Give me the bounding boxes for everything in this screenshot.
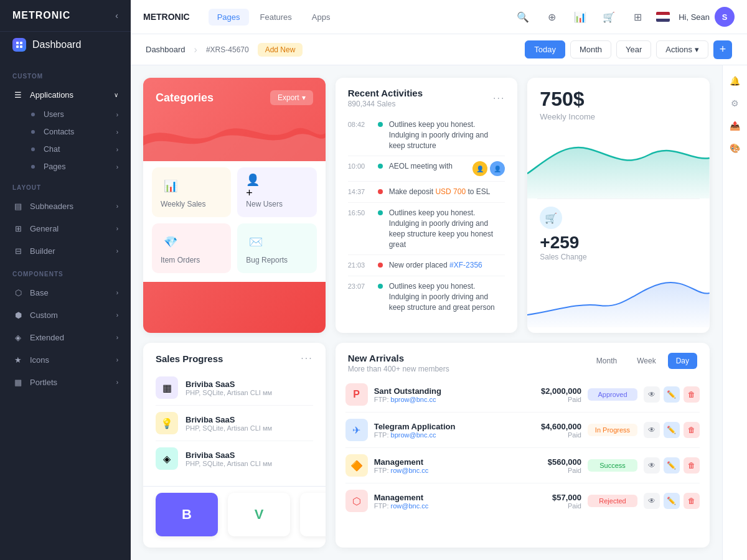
subheader-right: Today Month Year Actions ▾ +: [525, 40, 732, 59]
month-button[interactable]: Month: [570, 40, 611, 58]
right-icon-bell[interactable]: 🔔: [726, 72, 745, 90]
add-new-button[interactable]: Add New: [258, 43, 303, 57]
progress-header: Sales Progress ···: [143, 343, 326, 370]
actions-button[interactable]: Actions ▾: [656, 40, 708, 58]
action-edit-3[interactable]: ✏️: [664, 457, 680, 474]
arrival-paid-1: Paid: [525, 396, 581, 403]
sidebar-item-custom[interactable]: ⬢ Custom ›: [0, 304, 131, 326]
arrivals-tab-month[interactable]: Month: [588, 353, 625, 369]
right-icon-palette[interactable]: 🎨: [726, 139, 745, 157]
progress-name-2: Briviba SaaS: [186, 415, 313, 424]
user-avatar[interactable]: S: [715, 7, 735, 27]
arrival-icon-3: 🔶: [345, 454, 368, 477]
subcard-item-orders[interactable]: 💎 Item Orders: [152, 223, 231, 273]
arrival-paid-4: Paid: [525, 502, 581, 510]
subheaders-icon: ▤: [12, 200, 24, 212]
nav-tab-apps[interactable]: Apps: [303, 9, 339, 26]
avatar-2: 👤: [490, 161, 505, 176]
user-greeting: Hi, Sean: [679, 12, 710, 22]
income-chart: [527, 124, 710, 198]
action-edit-1[interactable]: ✏️: [664, 386, 680, 403]
arrival-amount-4: $57,000 Paid: [525, 493, 581, 510]
action-delete-2[interactable]: 🗑: [684, 422, 700, 438]
action-delete-1[interactable]: 🗑: [684, 386, 700, 403]
arrival-amount-1: $2,000,000 Paid: [525, 386, 581, 403]
sidebar-item-builder[interactable]: ⊟ Builder ›: [0, 240, 131, 262]
today-button[interactable]: Today: [525, 40, 565, 58]
action-view-1[interactable]: 👁: [644, 386, 660, 403]
subcard-bug-reports[interactable]: ✉️ Bug Reports: [237, 223, 316, 273]
activity-time-5: 21:03: [348, 261, 372, 269]
builder-icon: ⊟: [12, 245, 24, 256]
sidebar-logo: METRONIC ‹: [0, 0, 131, 32]
activity-dot-4: [378, 210, 383, 215]
arrival-amount-2: $4,600,000 Paid: [525, 422, 581, 439]
action-view-2[interactable]: 👁: [644, 422, 660, 438]
sidebar-item-pages[interactable]: Pages ›: [20, 158, 131, 175]
action-view-4[interactable]: 👁: [644, 493, 660, 509]
activities-menu[interactable]: ···: [493, 93, 505, 104]
grid-icon[interactable]: ⊞: [627, 7, 647, 27]
sidebar-item-icons[interactable]: ★ Icons ›: [0, 348, 131, 371]
sidebar-item-contacts[interactable]: Contacts ›: [20, 123, 131, 141]
icons-icon: ★: [12, 354, 24, 365]
progress-list: ▦ Briviba SaaS PHP, SQLite, Artisan CLI …: [143, 370, 326, 486]
share-icon[interactable]: ⊕: [542, 7, 561, 27]
activity-text-4: Outlines keep you honest. Indulging in p…: [389, 208, 505, 250]
weekly-sales-label: Weekly Sales: [161, 200, 222, 208]
arrival-info-2: Telegram Application FTP: bprow@bnc.cc: [374, 422, 519, 439]
arrival-info-3: Management FTP: row@bnc.cc: [374, 457, 519, 474]
right-icon-gear[interactable]: ⚙: [726, 94, 745, 113]
applications-icon: ☰: [12, 89, 24, 100]
activity-list: 08:42 Outlines keep you honest. Indulgin…: [336, 114, 518, 328]
categories-header: Categories Export ▾: [143, 78, 326, 111]
nav-tab-features[interactable]: Features: [251, 9, 301, 26]
year-button[interactable]: Year: [616, 40, 651, 58]
applications-arrow: ∨: [114, 91, 118, 98]
activity-dot-1: [378, 122, 383, 127]
activities-title: Recent Activities: [348, 88, 423, 98]
export-button[interactable]: Export ▾: [270, 90, 313, 105]
progress-menu[interactable]: ···: [301, 353, 312, 364]
custom-arrow: ›: [116, 312, 118, 319]
dashboard-label: Dashboard: [32, 39, 81, 50]
nav-tab-pages[interactable]: Pages: [209, 9, 249, 26]
portlets-arrow: ›: [116, 379, 118, 386]
add-button[interactable]: +: [713, 40, 732, 59]
activities-title-group: Recent Activities 890,344 Sales: [348, 88, 423, 108]
action-edit-4[interactable]: ✏️: [664, 493, 680, 509]
search-icon[interactable]: 🔍: [513, 7, 533, 27]
sidebar-item-extended[interactable]: ◈ Extended ›: [0, 326, 131, 348]
sidebar-item-users[interactable]: Users ›: [20, 106, 131, 123]
right-icon-send[interactable]: 📤: [726, 116, 745, 135]
cart-icon[interactable]: 🛒: [599, 7, 619, 27]
item-orders-icon: 💎: [161, 232, 181, 252]
chart-icon[interactable]: 📊: [570, 7, 590, 27]
sidebar-collapse-button[interactable]: ‹: [115, 11, 118, 21]
sidebar-item-dashboard[interactable]: Dashboard: [0, 32, 131, 58]
sidebar-item-subheaders[interactable]: ▤ Subheaders ›: [0, 195, 131, 217]
sidebar-item-applications[interactable]: ☰ Applications ∨: [0, 83, 131, 106]
arrival-ftp-2: FTP: bprow@bnc.cc: [374, 431, 519, 439]
activity-item-6: 23:07 Outlines keep you honest. Indulgin…: [348, 276, 505, 317]
subcard-weekly-sales[interactable]: 📊 Weekly Sales: [152, 167, 231, 217]
sales-progress-card: Sales Progress ··· ▦ Briviba SaaS PHP, S…: [143, 343, 326, 548]
arrivals-tab-day[interactable]: Day: [668, 353, 697, 369]
framework-bar: B V ⚛ A: [143, 486, 326, 542]
subcard-new-users[interactable]: 👤+ New Users: [237, 167, 316, 217]
bug-reports-label: Bug Reports: [246, 256, 308, 264]
arrival-name-1: Sant Outstanding: [374, 386, 519, 396]
action-edit-2[interactable]: ✏️: [664, 422, 680, 438]
activity-time-6: 23:07: [348, 282, 372, 290]
arrival-actions-3: 👁 ✏️ 🗑: [644, 457, 700, 474]
action-delete-4[interactable]: 🗑: [684, 493, 700, 509]
sidebar-item-base[interactable]: ⬡ Base ›: [0, 281, 131, 304]
action-view-3[interactable]: 👁: [644, 457, 660, 474]
export-chevron: ▾: [302, 93, 306, 102]
activity-item-1: 08:42 Outlines keep you honest. Indulgin…: [348, 114, 505, 156]
arrivals-tab-week[interactable]: Week: [629, 353, 664, 369]
sidebar-item-chat[interactable]: Chat ›: [20, 141, 131, 158]
sidebar-item-general[interactable]: ⊞ General ›: [0, 217, 131, 240]
action-delete-3[interactable]: 🗑: [684, 457, 700, 474]
sidebar-item-portlets[interactable]: ▦ Portlets ›: [0, 371, 131, 393]
